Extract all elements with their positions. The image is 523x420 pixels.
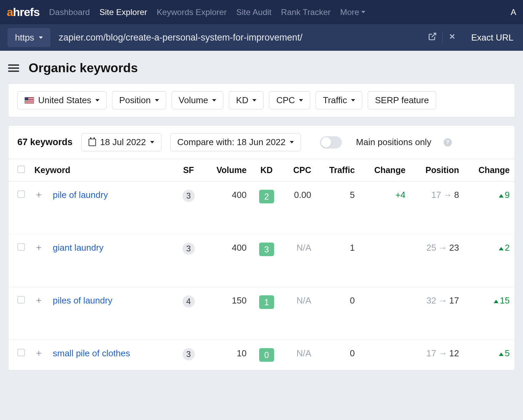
keyword-link[interactable]: piles of laundry bbox=[53, 295, 112, 306]
traffic-cell: 0 bbox=[316, 340, 360, 370]
row-checkbox[interactable] bbox=[17, 349, 25, 356]
filter-volume[interactable]: Volume bbox=[172, 91, 224, 109]
chevron-down-icon bbox=[299, 99, 303, 102]
cpc-cell: N/A bbox=[282, 287, 316, 340]
cpc-cell: 0.00 bbox=[282, 182, 316, 234]
nav-site-explorer[interactable]: Site Explorer bbox=[99, 7, 147, 17]
expand-icon[interactable]: + bbox=[34, 243, 43, 252]
filter-volume-label: Volume bbox=[179, 95, 208, 106]
triangle-up-icon bbox=[499, 194, 504, 198]
volume-cell: 400 bbox=[202, 182, 251, 234]
expand-icon[interactable]: + bbox=[34, 296, 43, 305]
row-checkbox[interactable] bbox=[17, 190, 25, 198]
close-icon[interactable] bbox=[443, 32, 462, 43]
chevron-down-icon bbox=[290, 141, 294, 143]
date-selector[interactable]: 18 Jul 2022 bbox=[81, 133, 161, 151]
chevron-down-icon bbox=[351, 99, 355, 102]
triangle-up-icon bbox=[494, 300, 498, 303]
nav-more[interactable]: More bbox=[340, 7, 365, 17]
filter-position[interactable]: Position bbox=[112, 91, 166, 109]
position-change-cell: 9 bbox=[499, 190, 510, 200]
help-icon[interactable]: ? bbox=[444, 138, 452, 146]
us-flag-icon bbox=[25, 97, 34, 104]
compare-label: Compare with: 18 Jun 2022 bbox=[177, 137, 286, 147]
row-checkbox[interactable] bbox=[17, 243, 25, 251]
volume-cell: 10 bbox=[202, 340, 251, 370]
col-cpc[interactable]: CPC bbox=[282, 159, 316, 182]
volume-cell: 400 bbox=[202, 234, 251, 287]
keyword-link[interactable]: pile of laundry bbox=[53, 190, 108, 200]
col-sf[interactable]: SF bbox=[175, 159, 202, 182]
select-all-checkbox[interactable] bbox=[17, 166, 25, 173]
main-positions-label: Main positions only bbox=[356, 137, 431, 147]
filter-kd[interactable]: KD bbox=[229, 91, 264, 109]
chevron-down-icon bbox=[39, 36, 43, 39]
keywords-table: Keyword SF Volume KD CPC Traffic Change … bbox=[8, 159, 515, 371]
position-cell: 17→8 bbox=[410, 182, 464, 234]
protocol-selector[interactable]: https bbox=[7, 28, 50, 47]
col-volume[interactable]: Volume bbox=[202, 159, 251, 182]
kd-badge: 3 bbox=[259, 243, 274, 256]
col-change[interactable]: Change bbox=[360, 159, 410, 182]
triangle-up-icon bbox=[499, 353, 504, 356]
nav-trailing[interactable]: A bbox=[511, 7, 516, 17]
keyword-link[interactable]: giant laundry bbox=[53, 243, 104, 253]
nav-site-audit[interactable]: Site Audit bbox=[236, 7, 272, 17]
kd-badge: 0 bbox=[259, 348, 274, 362]
position-cell: 25→23 bbox=[410, 234, 464, 287]
nav-dashboard[interactable]: Dashboard bbox=[49, 7, 90, 17]
menu-icon[interactable] bbox=[8, 64, 19, 72]
chevron-down-icon bbox=[155, 99, 159, 102]
nav-rank-tracker[interactable]: Rank Tracker bbox=[281, 7, 331, 17]
traffic-cell: 1 bbox=[316, 234, 360, 287]
page-header: Organic keywords bbox=[0, 51, 523, 83]
calendar-icon bbox=[89, 139, 96, 146]
filter-cpc-label: CPC bbox=[276, 95, 295, 106]
col-pchange[interactable]: Change bbox=[464, 159, 514, 182]
sf-badge[interactable]: 3 bbox=[183, 190, 195, 202]
filter-serp-label: SERP feature bbox=[375, 95, 429, 106]
traffic-cell: 0 bbox=[316, 287, 360, 340]
nav-keywords-explorer[interactable]: Keywords Explorer bbox=[157, 7, 227, 17]
top-nav: ahrefs Dashboard Site Explorer Keywords … bbox=[0, 0, 523, 24]
kd-badge: 1 bbox=[259, 295, 274, 309]
logo[interactable]: ahrefs bbox=[7, 5, 39, 19]
compare-selector[interactable]: Compare with: 18 Jun 2022 bbox=[170, 133, 301, 151]
filter-cpc[interactable]: CPC bbox=[269, 91, 310, 109]
chevron-down-icon bbox=[361, 11, 365, 13]
keyword-link[interactable]: small pile of clothes bbox=[53, 348, 130, 358]
cpc-cell: N/A bbox=[282, 234, 316, 287]
position-change-cell: 5 bbox=[499, 348, 510, 358]
triangle-up-icon bbox=[499, 247, 504, 250]
date-label: 18 Jul 2022 bbox=[100, 137, 146, 147]
main-positions-toggle[interactable] bbox=[320, 136, 342, 149]
expand-icon[interactable]: + bbox=[34, 190, 43, 199]
col-keyword[interactable]: Keyword bbox=[30, 159, 175, 182]
sf-badge[interactable]: 4 bbox=[183, 295, 195, 308]
filter-traffic[interactable]: Traffic bbox=[316, 91, 362, 109]
col-kd[interactable]: KD bbox=[251, 159, 282, 182]
url-mode-selector[interactable]: Exact URL bbox=[462, 32, 523, 43]
row-checkbox[interactable] bbox=[17, 296, 25, 304]
nav-more-label: More bbox=[340, 7, 359, 17]
count-card: 67 keywords 18 Jul 2022 Compare with: 18… bbox=[8, 125, 515, 159]
filter-country[interactable]: United States bbox=[17, 91, 107, 109]
col-traffic[interactable]: Traffic bbox=[316, 159, 360, 182]
url-input[interactable]: zapier.com/blog/create-a-personal-system… bbox=[50, 32, 422, 43]
position-cell: 17→12 bbox=[410, 340, 464, 370]
expand-icon[interactable]: + bbox=[34, 349, 43, 358]
sf-badge[interactable]: 3 bbox=[183, 243, 195, 255]
chevron-down-icon bbox=[252, 99, 256, 102]
page-title: Organic keywords bbox=[29, 61, 138, 75]
table-row: + small pile of clothes 3 10 0 N/A 0 17→… bbox=[9, 340, 514, 370]
position-change-cell: 15 bbox=[494, 295, 510, 306]
keyword-count: 67 keywords bbox=[17, 137, 73, 147]
sf-badge[interactable]: 3 bbox=[183, 348, 195, 360]
open-external-icon[interactable] bbox=[423, 32, 442, 43]
col-position[interactable]: Position bbox=[410, 159, 464, 182]
filter-serp-features[interactable]: SERP feature bbox=[368, 91, 436, 109]
filter-country-label: United States bbox=[38, 95, 91, 106]
filter-kd-label: KD bbox=[236, 95, 248, 106]
table-row: + pile of laundry 3 400 2 0.00 5 +4 17→8… bbox=[9, 182, 514, 234]
cpc-cell: N/A bbox=[282, 340, 316, 370]
